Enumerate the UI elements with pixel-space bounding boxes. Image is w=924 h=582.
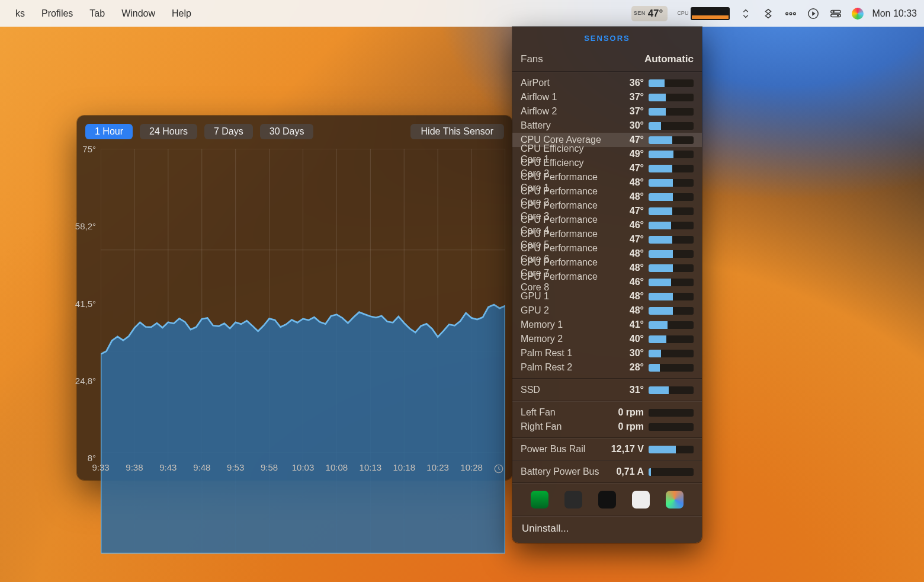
dropdown-title: SENSORS <box>512 34 702 50</box>
svg-rect-4 <box>831 10 841 13</box>
fan-row[interactable]: Right Fan0 rpm <box>512 420 702 434</box>
sensor-value: 48° <box>602 248 649 259</box>
play-icon[interactable] <box>802 0 824 27</box>
sensor-name: Battery <box>521 120 602 131</box>
x-tick: 10:28 <box>460 462 483 472</box>
range-24h[interactable]: 24 Hours <box>140 124 197 139</box>
sensor-row-ssd[interactable]: SSD 31° <box>512 383 702 397</box>
menubar-clock[interactable]: Mon 10:33 <box>868 8 917 19</box>
sensor-bar <box>649 321 694 329</box>
expand-icon[interactable] <box>734 0 757 27</box>
sensor-row[interactable]: Palm Rest 228° <box>512 360 702 375</box>
temps-list: AirPort36°Airflow 137°Airflow 237°Batter… <box>512 72 702 378</box>
sensor-row[interactable]: Battery30° <box>512 119 702 133</box>
uninstall-button[interactable]: Uninstall... <box>512 517 702 543</box>
sensor-name: Airflow 1 <box>521 92 602 103</box>
cpu-chip-label: CPU <box>677 11 688 16</box>
x-tick: 10:23 <box>426 462 449 472</box>
sensor-row[interactable]: Airflow 237° <box>512 104 702 119</box>
sensor-row[interactable]: Memory 141° <box>512 318 702 332</box>
sensor-value: 49° <box>602 149 649 159</box>
x-tick: 10:18 <box>393 462 415 472</box>
sensor-value: 48° <box>602 263 649 273</box>
sensor-bar <box>649 122 694 130</box>
chart-svg <box>101 149 505 554</box>
sensor-value: 48° <box>602 191 649 202</box>
sensor-bar <box>649 293 694 300</box>
sensor-row[interactable]: Memory 240° <box>512 332 702 346</box>
x-tick: 9:58 <box>261 462 278 472</box>
menu-item[interactable]: Help <box>163 0 200 27</box>
sensor-value: 47° <box>602 234 649 245</box>
range-1h[interactable]: 1 Hour <box>85 124 133 139</box>
sensor-row[interactable]: AirPort36° <box>512 76 702 90</box>
sensor-chip-value: 47° <box>648 8 663 20</box>
sensor-row-battery-bus[interactable]: Battery Power Bus 0,71 A <box>512 465 702 479</box>
overflow-icon[interactable] <box>779 0 802 27</box>
fan-row[interactable]: Left Fan0 rpm <box>512 405 702 420</box>
sensor-bar <box>649 279 694 286</box>
y-tick: 75° <box>82 144 96 154</box>
sensor-chip-label: SEN <box>634 11 646 16</box>
fans-list: Left Fan0 rpmRight Fan0 rpm <box>512 402 702 437</box>
sensor-bar <box>649 364 694 372</box>
app-shortcut-icon[interactable] <box>564 491 582 509</box>
y-tick: 58,2° <box>75 221 96 231</box>
sensor-value: 40° <box>602 334 649 344</box>
sensor-value: 46° <box>602 277 649 287</box>
sensor-row[interactable]: Palm Rest 130° <box>512 346 702 360</box>
menu-item[interactable]: ks <box>7 0 33 27</box>
sensor-row[interactable]: GPU 148° <box>512 289 702 303</box>
dropbox-icon[interactable] <box>757 0 779 27</box>
siri-icon[interactable] <box>847 0 868 27</box>
sensor-row[interactable]: GPU 248° <box>512 303 702 318</box>
sensor-value: 28° <box>602 362 649 373</box>
sensor-bar <box>649 307 694 315</box>
sensors-dropdown: SENSORS Fans Automatic AirPort36°Airflow… <box>512 27 702 543</box>
x-tick: 10:13 <box>360 462 382 472</box>
x-tick: 9:48 <box>193 462 210 472</box>
sensor-bar <box>649 136 694 144</box>
sensor-value: 30° <box>602 120 649 131</box>
y-tick: 41,5° <box>75 298 96 308</box>
menu-item[interactable]: Tab <box>81 0 113 27</box>
sensor-row[interactable]: Airflow 137° <box>512 90 702 104</box>
sensor-value: 36° <box>602 78 649 88</box>
menu-item[interactable]: Profiles <box>33 0 81 27</box>
sensor-chart-window: 1 Hour 24 Hours 7 Days 30 Days Hide This… <box>77 116 512 480</box>
sensor-bar <box>649 193 694 201</box>
sensor-value: 30° <box>602 348 649 359</box>
sensor-name: Battery Power Bus <box>521 466 602 477</box>
sensor-value: 0 rpm <box>602 407 649 418</box>
svg-point-7 <box>837 14 839 16</box>
fans-label: Fans <box>521 53 644 65</box>
app-shortcut-icon[interactable] <box>666 491 684 509</box>
sensor-bar <box>649 446 694 453</box>
cpu-menubar-chip[interactable]: CPU <box>672 0 734 27</box>
fans-mode-row[interactable]: Fans Automatic <box>512 50 702 71</box>
sensor-name: CPU Performance Core 8 <box>521 271 602 293</box>
svg-point-2 <box>794 12 796 15</box>
range-30d[interactable]: 30 Days <box>260 124 314 139</box>
menu-item[interactable]: Window <box>113 0 163 27</box>
sensor-row-power[interactable]: Power Bus Rail 12,17 V <box>512 442 702 456</box>
hide-sensor-button[interactable]: Hide This Sensor <box>410 124 504 139</box>
x-tick: 9:33 <box>92 462 109 472</box>
sensor-value: 41° <box>602 319 649 330</box>
sensor-row[interactable]: CPU Performance Core 846° <box>512 275 702 289</box>
sensor-bar <box>649 151 694 158</box>
sensor-bar <box>649 386 694 394</box>
range-7d[interactable]: 7 Days <box>204 124 253 139</box>
sensor-value: 37° <box>602 106 649 117</box>
sensor-bar <box>649 207 694 215</box>
app-shortcut-icon[interactable] <box>598 491 616 509</box>
menubar: ks Profiles Tab Window Help SEN 47° CPU … <box>0 0 924 27</box>
control-center-icon[interactable] <box>824 0 847 27</box>
sensor-bar <box>649 179 694 187</box>
app-shortcut-icon[interactable] <box>531 491 548 509</box>
svg-point-0 <box>786 12 788 15</box>
app-shortcut-icon[interactable] <box>632 491 650 509</box>
sensor-menubar-chip[interactable]: SEN 47° <box>627 0 673 27</box>
app-shortcut-row <box>512 484 702 516</box>
sensor-name: Palm Rest 1 <box>521 348 602 359</box>
